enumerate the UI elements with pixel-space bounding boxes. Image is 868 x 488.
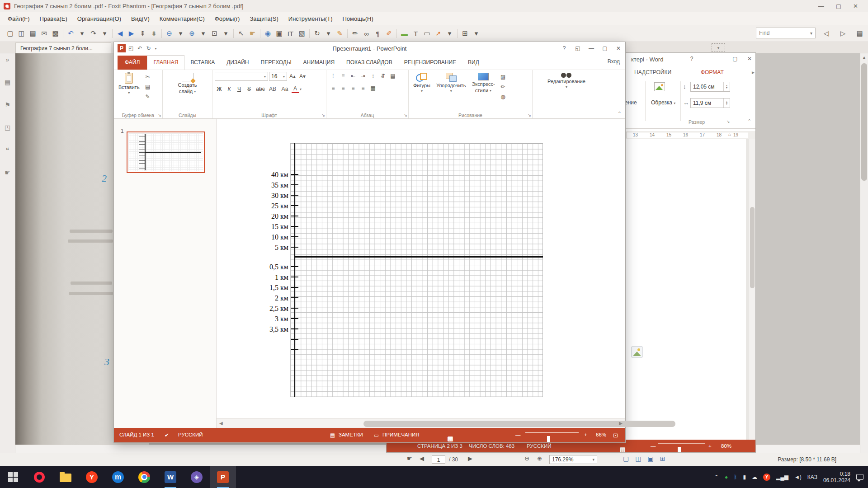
zoom-in-icon[interactable]: ⊕ [537,455,542,462]
find-nav-icon[interactable]: ▤ [854,28,865,39]
foxit-toolbar-icon[interactable]: ▭ [421,28,433,39]
notes-button[interactable]: ЗАМЕТКИ [339,432,363,437]
foxit-toolbar-icon[interactable]: ▾ [175,28,186,39]
zoom-level-label[interactable]: 66% [596,432,606,437]
tab-review[interactable]: РЕЦЕНЗИРОВАНИЕ [398,56,462,70]
foxit-minimize-button[interactable]: — [818,3,824,9]
start-button[interactable] [0,466,26,488]
dialog-launcher-icon[interactable]: ↘ [158,113,161,117]
foxit-toolbar-icon[interactable]: ⊞ [459,28,471,39]
foxit-toolbar-icon[interactable]: ▾ [471,28,482,39]
drawing-mini-icon[interactable]: ▨ [499,73,508,81]
foxit-toolbar-icon[interactable]: IT [285,28,296,39]
taskbar-app-word[interactable]: W [157,466,184,488]
taskbar-app-opera[interactable] [26,466,52,488]
foxit-panel-icon[interactable]: ⚑ [5,101,10,108]
find-nav-icons[interactable]: ◁▷▤ [821,28,865,39]
sign-in-link[interactable]: Вход [608,58,620,65]
foxit-toolbar-icon[interactable]: ↷ [88,28,99,39]
scrollbar-thumb[interactable] [861,63,867,181]
change-case-button[interactable]: Аа [279,85,291,93]
zoom-level-select[interactable]: 176.29% ▾ [549,455,597,464]
paragraph-tool-icon[interactable]: ⇥ [359,72,368,80]
foxit-toolbar-icon[interactable]: ⇟ [148,28,160,39]
page-view-mode-icon[interactable]: ⊞ [660,455,665,462]
language-label[interactable]: РУССКИЙ [178,432,203,437]
foxit-menu-item[interactable]: Комментарии(C) [155,12,210,25]
foxit-toolbar-icon[interactable]: ◫ [16,28,27,39]
ppt-maximize-button[interactable]: ▢ [598,42,612,55]
foxit-toolbar-icon[interactable]: T [410,28,421,39]
foxit-toolbar-icon[interactable]: ↶ [65,28,76,39]
foxit-toolbar-icon[interactable]: ▾ [220,28,231,39]
word-zoom-out-button[interactable]: — [651,443,656,449]
word-scrollbar[interactable] [749,139,755,441]
word-tab-format[interactable]: ФОРМАТ [701,66,724,79]
foxit-toolbar-icon[interactable]: ✐ [383,28,395,39]
paragraph-tool-icon[interactable]: ▤ [388,72,397,80]
ppt-close-button[interactable]: ✕ [612,42,625,55]
bluetooth-icon[interactable]: ᛒ [734,474,737,480]
word-page-count[interactable]: СТРАНИЦА 2 ИЗ 3 [417,443,462,449]
foxit-menu-item[interactable]: Защита(S) [245,12,283,25]
word-close-button[interactable]: ✕ [743,53,756,65]
find-input[interactable]: Find ▾ [756,28,816,38]
slider-thumb[interactable] [678,447,681,452]
font-name-select[interactable]: ▾ [215,72,268,81]
ppt-view-icon[interactable]: ▷ [448,435,452,442]
crop-tool-icon[interactable] [654,82,665,91]
hand-tool-icon[interactable]: ☛ [407,455,412,462]
tab-file[interactable]: ФАЙЛ [118,56,147,70]
font-color-button[interactable]: А [292,85,299,93]
slide-thumbnail-panel[interactable]: 1 [114,119,217,429]
tab-home[interactable]: ГЛАВНАЯ [147,55,184,70]
scrollbar-thumb[interactable] [750,207,755,288]
foxit-document-tab[interactable]: География 7 сынып 2 боли... [15,42,111,53]
editing-button[interactable]: Редактирование ▾ [545,72,588,111]
dialog-launcher-icon[interactable]: ↘ [404,113,407,117]
spinner-icons[interactable]: ▴▾ [723,99,730,108]
tab-design[interactable]: ДИЗАЙН [221,56,255,70]
foxit-toolbar-icon[interactable]: ↻ [311,28,323,39]
dialog-launcher-icon[interactable]: ↘ [321,113,325,117]
taskbar-app-m[interactable]: m [105,466,131,488]
crop-button[interactable]: Обрезка ▾ [651,99,675,106]
word-minimize-button[interactable]: — [713,53,727,65]
scroll-up-icon[interactable]: ▲ [860,53,868,60]
foxit-toolbar-icon[interactable]: ◀ [114,28,126,39]
yandex-tray-icon[interactable]: Y [763,474,770,481]
foxit-toolbar-icon[interactable]: ▾ [323,28,334,39]
foxit-toolbar-icon[interactable]: ∞ [361,28,372,39]
shapes-button[interactable]: Фигуры ▾ [411,72,433,111]
find-nav-icon[interactable]: ▷ [837,28,849,39]
foxit-toolbar[interactable]: ▢◫▤✉▩↶▾↷▾◀▶⇞⇟⊖▾⊕▾⊡▾↖☛◉▣IT▧↻▾✎✏∞¶✐▬T▭➚▾⊞▾ [0,25,868,42]
next-page-icon[interactable]: ▶ [468,455,472,462]
ribbon-scroll-icon[interactable]: ▸ [752,66,755,79]
word-restore-button[interactable]: ▢ [728,53,742,65]
foxit-toolbar-icon[interactable]: ▩ [50,28,61,39]
page-view-mode-icon[interactable]: ▢ [623,455,629,462]
tab-view[interactable]: ВИД [462,56,485,70]
alignment-icon[interactable]: ≡ [329,84,338,92]
word-view-icon[interactable]: ◫ [620,446,625,453]
word-help-button[interactable]: ? [685,53,698,65]
scroll-right-icon[interactable]: ▶ [619,421,623,426]
word-word-count[interactable]: ЧИСЛО СЛОВ: 483 [469,443,514,449]
alignment-icon[interactable]: ≡ [349,84,358,92]
foxit-toolbar-icon[interactable]: ➚ [433,28,444,39]
paragraph-tool-icon[interactable]: ⋮ [329,72,338,80]
scrollbar-thumb[interactable] [363,421,675,427]
taskbar-app-yandex[interactable]: Y [79,466,105,488]
shape-width-input[interactable]: 11,9 см ▴▾ [690,98,730,108]
foxit-panel-icon[interactable]: » [6,56,9,63]
ribbon-display-icon[interactable]: ◱ [571,42,585,55]
current-page-input[interactable]: 1 [432,455,445,464]
arrange-button[interactable]: Упорядочить ▾ [434,72,468,111]
hidden-icons-button[interactable]: ⌃ [714,474,719,480]
underline-button[interactable]: Ч [235,85,244,93]
slide-thumbnail[interactable] [127,131,205,173]
foxit-menubar[interactable]: Файл(F)Правка(E)Организация(O)Вид(V)Комм… [0,12,868,25]
strikethrough-button[interactable]: abc [255,85,266,93]
ruler-indent-marker[interactable]: ⌂ [728,132,731,137]
foxit-toolbar-icon[interactable]: ▾ [99,28,110,39]
